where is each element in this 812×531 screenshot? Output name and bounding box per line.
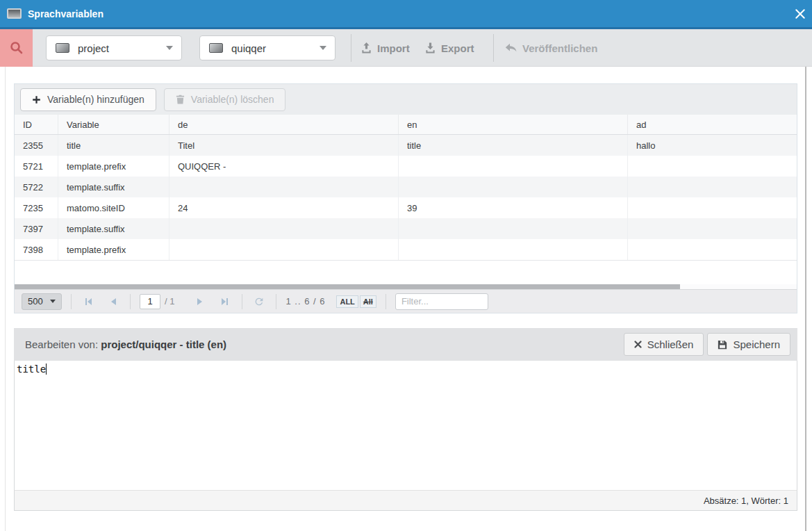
cell-id: 7397: [15, 218, 58, 239]
page-number-input[interactable]: [140, 294, 160, 309]
search-button[interactable]: [0, 29, 33, 67]
screen-icon: [56, 43, 69, 53]
delete-variable-label: Variable(n) löschen: [191, 94, 274, 105]
toolbar-separator: [493, 34, 494, 62]
show-paged-button[interactable]: All: [360, 295, 376, 308]
publish-button[interactable]: Veröffentlichen: [505, 29, 597, 67]
cell-id: 5722: [15, 177, 58, 197]
chevron-down-icon: [166, 46, 173, 50]
pagination-bar: 500 / 1: [15, 289, 797, 313]
variables-grid: Variable(n) hinzufügen Variable(n) lösch…: [14, 83, 797, 313]
pager-separator: [276, 294, 276, 309]
cell-variable: template.suffix: [58, 177, 169, 197]
next-page-button[interactable]: [192, 294, 208, 309]
delete-variable-button[interactable]: Variable(n) löschen: [164, 88, 286, 111]
cell-ad: hallo: [628, 135, 797, 156]
editor-content: title: [17, 363, 46, 375]
editor-textarea[interactable]: title: [14, 361, 797, 490]
cell-en: [399, 218, 628, 239]
cell-en: [399, 239, 628, 260]
publish-label: Veröffentlichen: [522, 42, 597, 54]
pager-separator: [386, 294, 386, 309]
package-select-value: quiqqer: [231, 42, 266, 54]
close-icon[interactable]: [795, 8, 806, 19]
table-row[interactable]: 7398 template.prefix: [15, 239, 797, 260]
column-header-de[interactable]: de: [169, 115, 399, 134]
export-label: Export: [441, 42, 474, 54]
table-row[interactable]: 5721 template.prefix QUIQQER -: [15, 156, 797, 177]
save-button[interactable]: Speichern: [707, 333, 790, 356]
last-page-icon: [220, 297, 230, 307]
save-label: Speichern: [733, 338, 780, 350]
last-page-button[interactable]: [217, 294, 233, 309]
table-row[interactable]: 2355 title Titel title hallo: [15, 135, 797, 156]
cell-de: [169, 239, 399, 260]
table-row[interactable]: 7235 matomo.siteID 24 39: [15, 197, 797, 218]
table-row[interactable]: 5722 template.suffix: [15, 177, 797, 197]
cell-variable: template.prefix: [58, 239, 169, 260]
upload-icon: [361, 42, 372, 54]
grid-header-row: ID Variable de en ad: [15, 115, 797, 135]
column-header-ad[interactable]: ad: [628, 115, 797, 134]
cell-en: title: [399, 135, 628, 156]
pager-separator: [130, 294, 131, 309]
refresh-button[interactable]: [251, 294, 267, 309]
screen-icon: [209, 43, 223, 53]
chevron-down-icon: [50, 300, 56, 303]
cell-ad: [628, 239, 797, 260]
previous-page-button[interactable]: [106, 294, 121, 309]
pager-separator: [242, 294, 242, 309]
horizontal-scrollbar-thumb[interactable]: [15, 284, 680, 289]
first-page-icon: [83, 297, 93, 307]
download-icon: [425, 42, 436, 54]
export-button[interactable]: Export: [425, 29, 474, 67]
grid-toolbar: Variable(n) hinzufügen Variable(n) lösch…: [15, 84, 797, 115]
page-size-select[interactable]: 500: [22, 293, 62, 310]
toolbar-separator: [351, 34, 351, 62]
cell-de: [169, 177, 399, 197]
filter-input[interactable]: [395, 293, 488, 310]
cell-ad: [628, 156, 797, 177]
column-header-en[interactable]: en: [399, 115, 628, 134]
cell-id: 7398: [15, 239, 58, 260]
table-row[interactable]: 7397 template.suffix: [15, 218, 797, 239]
import-button[interactable]: Import: [361, 29, 410, 67]
cell-id: 2355: [15, 135, 58, 156]
window-title: Sprachvariablen: [28, 8, 103, 19]
cell-variable: template.suffix: [58, 218, 169, 239]
edit-actions: Schließen Speichern: [624, 333, 790, 356]
horizontal-scrollbar: [15, 284, 797, 289]
cell-en: [399, 156, 628, 177]
first-page-button[interactable]: [81, 294, 96, 309]
x-icon: [634, 341, 642, 348]
project-select[interactable]: project: [46, 35, 182, 60]
package-select[interactable]: quiqqer: [199, 35, 335, 60]
workspace-resize-handle[interactable]: [805, 67, 806, 531]
row-range-label: 1 .. 6 / 6: [285, 296, 325, 307]
column-header-variable[interactable]: Variable: [58, 115, 169, 134]
add-variable-label: Variable(n) hinzufügen: [47, 94, 144, 105]
cell-en: [399, 177, 628, 197]
add-variable-button[interactable]: Variable(n) hinzufügen: [20, 88, 156, 111]
column-header-id[interactable]: ID: [15, 115, 58, 134]
main-toolbar: project quiqqer Import Export: [0, 29, 812, 67]
cell-id: 7235: [15, 197, 58, 218]
app-window: Sprachvariablen project quiqqer: [0, 0, 812, 531]
next-page-icon: [195, 297, 205, 307]
window-titlebar: Sprachvariablen: [0, 0, 812, 29]
grid-body: 2355 title Titel title hallo 5721 templa…: [15, 135, 797, 261]
cell-ad: [628, 218, 797, 239]
grid-empty-area: [15, 261, 797, 284]
refresh-icon: [254, 296, 265, 307]
text-cursor: [46, 363, 47, 375]
previous-page-icon: [108, 297, 118, 307]
import-label: Import: [377, 42, 410, 54]
page-size-value: 500: [28, 296, 43, 307]
cell-de: 24: [169, 197, 399, 218]
reply-arrow-icon: [505, 43, 517, 54]
workspace-left-edge: [5, 67, 6, 531]
cell-ad: [628, 197, 797, 218]
edit-panel-header: Bearbeiten von: project/quiqqer - title …: [14, 328, 797, 361]
show-all-button[interactable]: ALL: [336, 295, 358, 308]
close-editor-button[interactable]: Schließen: [624, 333, 704, 356]
